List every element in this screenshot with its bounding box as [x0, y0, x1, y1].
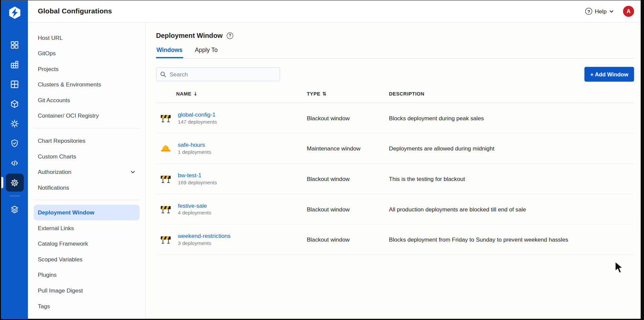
rail-jobs-icon[interactable]	[1, 74, 28, 94]
sidebar-item-git-accounts[interactable]: Git Accounts	[34, 92, 140, 108]
sidebar-item-authorization[interactable]: Authorization	[34, 164, 140, 180]
name-cell: bw-test-1 169 deployments	[160, 172, 307, 185]
sidebar-item-external-links[interactable]: External Links	[34, 220, 140, 236]
section-header: Deployment Window	[156, 31, 634, 39]
barricade-icon	[160, 235, 171, 244]
window-description: This is the testing for blackout	[389, 175, 634, 182]
window-type: Blackout window	[307, 236, 389, 243]
window-type: Blackout window	[307, 206, 389, 212]
barricade-icon	[160, 113, 171, 123]
window-name-link[interactable]: bw-test-1	[178, 172, 217, 179]
sidebar-item-deployment-window[interactable]: Deployment Window	[34, 205, 140, 220]
sidebar-item-label: Tags	[38, 303, 50, 310]
rail-global-configurations-icon[interactable]	[1, 173, 28, 192]
sidebar-item-clusters-environments[interactable]: Clusters & Environments	[34, 77, 140, 92]
sidebar-item-catalog-framework[interactable]: Catalog Framework	[34, 236, 140, 252]
table-row[interactable]: global-config-1 147 deployments Blackout…	[156, 103, 634, 133]
sidebar-item-projects[interactable]: Projects	[34, 61, 140, 77]
sidebar-item-label: Plugins	[38, 272, 57, 278]
sidebar-item-container-oci-registry[interactable]: Container/ OCI Registry	[34, 108, 140, 124]
sidebar-item-host-url[interactable]: Host URL	[34, 30, 140, 46]
sidebar-item-label: Notifications	[38, 184, 69, 191]
rail-dashboard-icon[interactable]	[1, 35, 28, 55]
sidebar-item-chart-repositories[interactable]: Chart Repositories	[34, 133, 140, 149]
sidebar-item-tags[interactable]: Tags	[34, 298, 140, 314]
window-description: All production deployments are blocked t…	[389, 206, 634, 212]
table-row[interactable]: bw-test-1 169 deployments Blackout windo…	[156, 164, 634, 194]
column-header-description: DESCRIPTION	[389, 91, 634, 97]
window-name-link[interactable]: global-config-1	[178, 111, 217, 118]
window-description: Blocks deployment from Friday to Sunday …	[389, 236, 634, 243]
search-input[interactable]	[156, 67, 280, 81]
add-window-button[interactable]: + Add Window	[585, 67, 634, 82]
sidebar-item-filter-condition[interactable]: Filter Condition	[34, 314, 140, 319]
window-name-link[interactable]: festive-sale	[178, 202, 211, 209]
deployment-count: 147 deployments	[178, 119, 217, 125]
sidebar-item-plugins[interactable]: Plugins	[34, 267, 140, 283]
rail-security-icon[interactable]	[1, 133, 28, 153]
table-row[interactable]: safe-hours 1 deployments Maintenance win…	[156, 133, 634, 164]
sidenav-divider	[34, 200, 140, 200]
window-type: Blackout window	[307, 115, 389, 121]
rail-resource-browser-icon[interactable]	[1, 114, 28, 133]
devtron-logo-icon[interactable]	[7, 5, 22, 20]
section-help-icon[interactable]	[227, 32, 233, 39]
sidebar-item-label: Scoped Variables	[38, 256, 83, 263]
search-box	[156, 67, 280, 81]
sidebar-item-label: Clusters & Environments	[38, 81, 101, 88]
chevron-down-icon	[130, 169, 136, 175]
rail-code-icon[interactable]	[1, 153, 28, 173]
name-stack: bw-test-1 169 deployments	[178, 172, 217, 185]
top-header: Global Configurations Help A	[28, 0, 641, 22]
sidebar-item-label: Git Accounts	[38, 97, 70, 104]
window-name-link[interactable]: weekend-restrictions	[178, 233, 230, 239]
sidebar-item-label: Projects	[38, 66, 59, 72]
icon-rail	[1, 0, 28, 319]
sidebar-item-custom-charts[interactable]: Custom Charts	[34, 148, 140, 164]
barricade-icon	[160, 204, 171, 214]
active-icon-square	[6, 174, 24, 192]
sort-desc-icon: ↓	[194, 91, 198, 97]
name-stack: safe-hours 1 deployments	[178, 141, 211, 155]
sidebar-item-label: Custom Charts	[38, 153, 76, 160]
avatar[interactable]: A	[623, 6, 634, 17]
window-type: Maintenance window	[307, 145, 389, 152]
window-name-link[interactable]: safe-hours	[178, 141, 211, 148]
tab-windows[interactable]: Windows	[156, 44, 183, 58]
name-stack: global-config-1 147 deployments	[178, 111, 217, 125]
column-header-type[interactable]: TYPE ⇅	[307, 91, 389, 97]
sidebar-item-label: Filter Condition	[38, 318, 76, 319]
tab-bar: Windows Apply To	[156, 44, 634, 59]
deployment-count: 1 deployments	[178, 149, 211, 155]
window-type: Blackout window	[307, 175, 389, 182]
table-row[interactable]: festive-sale 4 deployments Blackout wind…	[156, 194, 634, 225]
column-header-name[interactable]: NAME ↓	[160, 91, 307, 97]
rail-stack-icon[interactable]	[1, 199, 28, 219]
sidebar-item-label: External Links	[38, 225, 74, 232]
main-content: Deployment Window Windows Apply To	[146, 22, 641, 319]
table-row[interactable]: weekend-restrictions 3 deployments Black…	[156, 225, 634, 255]
name-cell: global-config-1 147 deployments	[160, 111, 307, 125]
rail-applications-icon[interactable]	[1, 55, 28, 74]
name-stack: festive-sale 4 deployments	[178, 202, 211, 216]
toolbar: + Add Window	[156, 67, 634, 82]
sidebar-item-label: Pull Image Digest	[38, 287, 83, 294]
screen: Global Configurations Help A Host URL Gi…	[0, 0, 644, 320]
deployment-count: 4 deployments	[178, 210, 211, 216]
help-menu[interactable]: Help	[585, 8, 614, 15]
tab-apply-to[interactable]: Apply To	[195, 44, 218, 58]
hardhat-icon	[160, 143, 171, 153]
sidebar-item-label: Container/ OCI Registry	[38, 112, 99, 119]
sidebar-item-pull-image-digest[interactable]: Pull Image Digest	[34, 283, 140, 299]
help-label: Help	[595, 8, 606, 15]
rail-app-store-icon[interactable]	[1, 94, 28, 114]
sidebar-item-notifications[interactable]: Notifications	[34, 180, 140, 195]
sidebar-item-gitops[interactable]: GitOps	[34, 46, 140, 61]
sidebar-item-scoped-variables[interactable]: Scoped Variables	[34, 252, 140, 267]
deployment-count: 3 deployments	[178, 240, 230, 246]
help-icon	[585, 8, 592, 15]
table-body: global-config-1 147 deployments Blackout…	[156, 103, 634, 255]
window-description: Blocks deployment during peak sales	[389, 115, 634, 121]
search-icon	[160, 71, 166, 78]
sidebar-item-label: Catalog Framework	[38, 240, 88, 247]
